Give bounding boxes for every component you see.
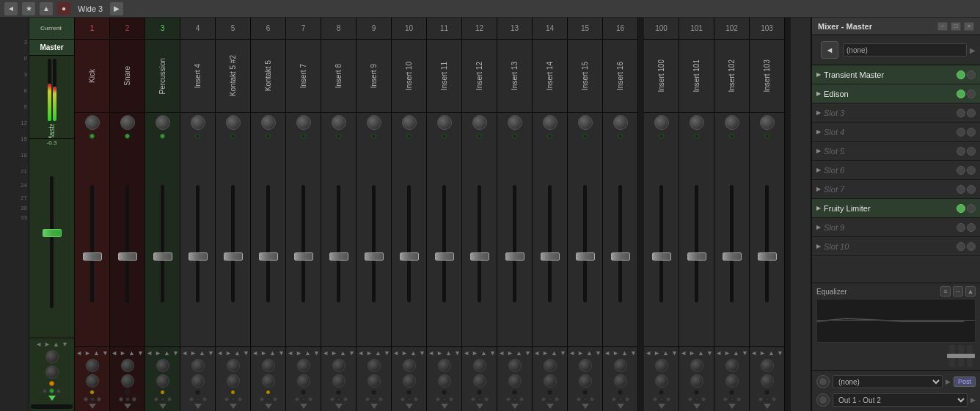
ch-yellow-led-11[interactable] — [442, 390, 447, 395]
ch-knob-9[interactable] — [367, 115, 381, 130]
ch-arrow-r-3[interactable]: ► — [155, 349, 161, 357]
ch-send-knob1-3[interactable] — [156, 359, 169, 372]
ch-arrow-dn-2[interactable]: ▼ — [137, 349, 144, 357]
route-select-1[interactable]: (none) — [833, 375, 943, 388]
ch-arrow-dn-100[interactable]: ▼ — [671, 349, 678, 357]
ch-send-knob1-103[interactable] — [761, 359, 774, 372]
minimize-btn[interactable]: − — [937, 22, 948, 31]
ch-arrow-l-9[interactable]: ◄ — [357, 349, 364, 357]
slot-dot-b-6[interactable] — [967, 185, 976, 194]
ch-fader-area-3[interactable] — [145, 140, 180, 346]
ch-send-knob1-2[interactable] — [121, 359, 134, 372]
ch-yellow-led-9[interactable] — [371, 390, 376, 395]
preset-selector[interactable]: (none) — [843, 43, 967, 57]
slot-dot-a-8[interactable] — [957, 223, 965, 232]
ch-arrow-l-8[interactable]: ◄ — [322, 349, 329, 357]
ch-arrow-r-8[interactable]: ► — [331, 349, 337, 357]
master-scrollbar[interactable] — [31, 404, 73, 409]
master-arrow-up[interactable]: ▲ — [53, 341, 59, 348]
ch-tri-4[interactable] — [194, 404, 202, 409]
ch-fader-handle-103[interactable] — [758, 252, 777, 261]
ch-fader-area-9[interactable] — [356, 140, 391, 346]
ch-send-knob2-13[interactable] — [508, 374, 522, 388]
slot-row-5[interactable]: ▶ Slot 6 — [812, 161, 980, 180]
ch-send-knob2-100[interactable] — [655, 374, 668, 388]
slot-row-3[interactable]: ▶ Slot 4 — [812, 123, 980, 142]
ch-arrow-l-12[interactable]: ◄ — [463, 349, 469, 357]
ch-arrow-r-102[interactable]: ► — [724, 349, 731, 357]
ch-send-knob1-9[interactable] — [368, 359, 381, 372]
ch-send-knob1-7[interactable] — [297, 359, 310, 372]
master-arrow-right[interactable]: ► — [44, 341, 51, 348]
ch-send-knob2-16[interactable] — [614, 374, 627, 388]
ch-arrow-r-15[interactable]: ► — [577, 349, 584, 357]
ch-led-101[interactable] — [694, 134, 699, 139]
ch-yellow-led-103[interactable] — [764, 390, 769, 395]
route-btn-2[interactable] — [816, 393, 830, 407]
ch-tri-13[interactable] — [511, 404, 519, 409]
slot-dot-b-9[interactable] — [967, 242, 976, 251]
ch-send-knob1-15[interactable] — [579, 359, 592, 372]
ch-tri-2[interactable] — [124, 404, 131, 409]
ch-arrow-r-9[interactable]: ► — [366, 349, 373, 357]
ch-yellow-led-100[interactable] — [659, 390, 664, 395]
ch-arrow-up-8[interactable]: ▲ — [340, 349, 346, 357]
ch-yellow-led-5[interactable] — [230, 390, 235, 395]
slot-dot-b-3[interactable] — [967, 128, 976, 137]
ch-send-knob2-2[interactable] — [121, 374, 134, 388]
ch-arrow-r-13[interactable]: ► — [507, 349, 513, 357]
ch-knob-7[interactable] — [296, 115, 311, 130]
master-down-tri[interactable] — [48, 396, 56, 401]
ch-arrow-r-101[interactable]: ► — [689, 349, 695, 357]
master-send-knob[interactable] — [45, 350, 59, 363]
ch-fader-handle-6[interactable] — [259, 252, 278, 261]
ch-tri-11[interactable] — [441, 404, 448, 409]
ch-fader-area-5[interactable] — [216, 140, 250, 346]
ch-fader-area-15[interactable] — [568, 140, 602, 346]
route-btn-1[interactable] — [816, 375, 830, 388]
slot-dot-b-8[interactable] — [967, 223, 976, 232]
route-arrow-1[interactable]: ▶ — [946, 378, 951, 385]
ch-arrow-l-2[interactable]: ◄ — [111, 349, 117, 357]
ch-arrow-l-3[interactable]: ◄ — [146, 349, 153, 357]
ch-arrow-l-4[interactable]: ◄ — [181, 349, 188, 357]
slot-dot-b-4[interactable] — [967, 147, 976, 156]
ch-led-5[interactable] — [230, 134, 235, 139]
post-button[interactable]: Post — [954, 377, 976, 387]
slot-dot-b-5[interactable] — [967, 166, 976, 175]
ch-led-11[interactable] — [442, 134, 447, 139]
ch-arrow-dn-12[interactable]: ▼ — [489, 349, 496, 357]
ch-yellow-led-3[interactable] — [160, 390, 165, 395]
ch-yellow-led-13[interactable] — [512, 390, 517, 395]
ch-tri-12[interactable] — [476, 404, 483, 409]
ch-fader-handle-100[interactable] — [652, 252, 671, 261]
ch-led-15[interactable] — [582, 134, 588, 139]
ch-tri-5[interactable] — [230, 404, 237, 409]
ch-yellow-led-16[interactable] — [618, 390, 623, 395]
slot-row-1[interactable]: ▶ Edison — [812, 84, 980, 103]
slot-dot-a-4[interactable] — [957, 147, 965, 156]
ch-led-7[interactable] — [301, 134, 306, 139]
ch-send-knob2-3[interactable] — [156, 374, 169, 388]
ch-tri-3[interactable] — [159, 404, 167, 409]
ch-arrow-up-103[interactable]: ▲ — [768, 349, 775, 357]
master-arrow-left[interactable]: ◄ — [35, 341, 42, 348]
ch-arrow-up-3[interactable]: ▲ — [164, 349, 170, 357]
ch-knob-103[interactable] — [760, 115, 775, 130]
ch-led-12[interactable] — [477, 134, 482, 139]
ch-send-knob1-13[interactable] — [508, 359, 522, 372]
ch-arrow-l-14[interactable]: ◄ — [533, 349, 540, 357]
ch-fader-handle-9[interactable] — [365, 252, 384, 261]
ch-knob-101[interactable] — [690, 115, 704, 130]
ch-send-knob1-100[interactable] — [655, 359, 668, 372]
slot-dot-b-1[interactable] — [967, 90, 976, 98]
ch-arrow-r-11[interactable]: ► — [436, 349, 443, 357]
ch-arrow-dn-7[interactable]: ▼ — [313, 349, 320, 357]
ch-send-knob1-14[interactable] — [544, 359, 557, 372]
ch-send-knob1-4[interactable] — [191, 359, 205, 372]
ch-send-knob2-10[interactable] — [403, 374, 416, 388]
ch-knob-4[interactable] — [191, 115, 205, 130]
ch-knob-6[interactable] — [261, 115, 276, 130]
ch-arrow-r-16[interactable]: ► — [612, 349, 619, 357]
ch-fader-area-14[interactable] — [533, 140, 567, 346]
